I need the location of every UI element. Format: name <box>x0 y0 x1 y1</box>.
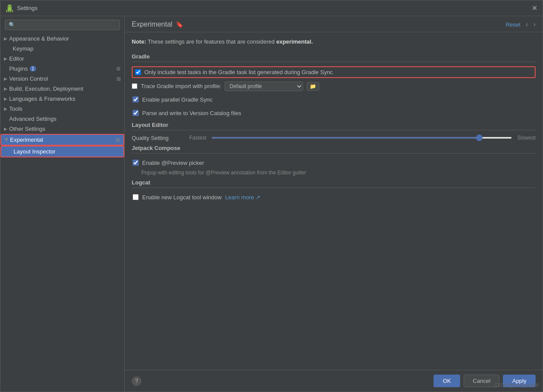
trace-gradle-checkbox[interactable] <box>132 83 137 89</box>
search-input[interactable] <box>17 22 116 28</box>
new-logcat-row: Enable new Logcat tool window Learn more… <box>132 192 536 202</box>
sidebar-item-label: Layout Inspector <box>14 148 55 155</box>
parallel-sync-checkbox[interactable] <box>133 96 139 102</box>
help-button[interactable]: ? <box>132 376 141 386</box>
sidebar-item-languages[interactable]: ▶ Languages & Frameworks <box>0 94 124 104</box>
arrow-icon: ▶ <box>4 36 7 41</box>
section-layout-editor: Layout Editor <box>132 122 536 130</box>
folder-button[interactable]: 📁 <box>307 82 319 91</box>
sidebar-item-build[interactable]: ▶ Build, Execution, Deployment <box>0 84 124 94</box>
window-title: Settings <box>17 5 38 11</box>
quality-label: Quality Setting <box>132 135 184 141</box>
section-gradle: Gradle <box>132 53 536 62</box>
new-logcat-label[interactable]: Enable new Logcat tool window <box>142 194 222 201</box>
sidebar-item-label: Keymap <box>13 45 34 52</box>
sidebar-item-appearance[interactable]: ▶ Appearance & Behavior <box>0 34 124 44</box>
preview-picker-checkbox[interactable] <box>133 160 139 166</box>
content-area: 🔍 ▶ Appearance & Behavior Keymap ▶ Edito… <box>0 16 543 392</box>
sidebar-item-label: Appearance & Behavior <box>9 35 69 42</box>
sidebar-item-label: Advanced Settings <box>9 116 56 122</box>
sidebar-item-editor[interactable]: ▶ Editor <box>0 54 124 64</box>
watermark: CSDN @rockyou666 <box>494 382 539 388</box>
ok-button[interactable]: OK <box>434 375 460 387</box>
pin-icon: ⊞ <box>116 137 120 143</box>
section-jetpack-compose: Jetpack Compose <box>132 145 536 153</box>
back-button[interactable]: ‹ <box>526 20 528 28</box>
note-body: These settings are for features that are… <box>146 38 276 45</box>
sidebar-item-layout-inspector[interactable]: Layout Inspector <box>0 146 124 157</box>
close-button[interactable]: ✕ <box>532 4 537 12</box>
sidebar-item-label: Other Settings <box>9 126 45 132</box>
gradle-test-tasks-row: Only include test tasks in the Gradle ta… <box>132 66 536 78</box>
main-body: Note: These settings are for features th… <box>125 32 543 370</box>
version-catalog-label[interactable]: Parse and write to Version Catalog files <box>142 110 241 116</box>
trace-gradle-label[interactable]: Trace Gradle import with profile: <box>141 83 221 89</box>
footer-left: ? <box>132 376 141 386</box>
android-icon <box>6 4 14 12</box>
fastest-label: Fastest <box>189 135 206 141</box>
learn-more-link[interactable]: Learn more ↗ <box>225 194 260 201</box>
arrow-icon: ▶ <box>4 56 7 61</box>
sidebar-item-label: Plugins <box>9 65 28 72</box>
quality-slider[interactable] <box>212 137 512 139</box>
arrow-icon: ▶ <box>4 106 7 111</box>
section-logcat: Logcat <box>132 179 536 188</box>
sidebar-item-label: Editor <box>9 55 24 62</box>
settings-window: Settings ✕ 🔍 ▶ Appearance & Behavior Key… <box>0 0 543 392</box>
main-header-right: Reset ‹ › <box>505 20 536 28</box>
settings-icon: ⚙ <box>116 66 121 72</box>
arrow-icon: ▶ <box>4 138 9 142</box>
sidebar-item-label: Experimental <box>10 136 43 143</box>
version-catalog-row: Parse and write to Version Catalog files <box>132 108 536 118</box>
sidebar-item-plugins[interactable]: ▶ Plugins 1 ⚙ <box>0 64 124 74</box>
forward-button[interactable]: › <box>533 20 536 28</box>
parallel-sync-label[interactable]: Enable parallel Gradle Sync <box>142 96 212 103</box>
footer: ? OK Cancel Apply <box>125 370 543 392</box>
note-text: Note: These settings are for features th… <box>132 37 536 46</box>
preview-picker-sublabel: Popup with editing tools for @Preview an… <box>141 170 536 176</box>
new-logcat-checkbox[interactable] <box>133 194 139 200</box>
sidebar-item-label: Build, Execution, Deployment <box>9 85 83 92</box>
sidebar: 🔍 ▶ Appearance & Behavior Keymap ▶ Edito… <box>0 16 125 392</box>
main-content: Experimental 🔖 Reset ‹ › Note: These set… <box>125 16 543 392</box>
trace-gradle-row: Trace Gradle import with profile: Defaul… <box>132 82 536 91</box>
search-icon: 🔍 <box>9 22 15 28</box>
bookmark-icon[interactable]: 🔖 <box>176 21 183 28</box>
sidebar-item-version-control[interactable]: ▶ Version Control ⊞ <box>0 74 124 84</box>
arrow-icon: ▶ <box>4 96 7 101</box>
plugins-badge: 1 <box>30 66 37 72</box>
sidebar-item-other[interactable]: ▶ Other Settings <box>0 124 124 134</box>
title-bar: Settings ✕ <box>0 0 543 16</box>
sidebar-item-label: Tools <box>9 106 22 112</box>
include-test-checkbox[interactable] <box>135 69 141 75</box>
parallel-sync-row: Enable parallel Gradle Sync <box>132 95 536 105</box>
main-header-left: Experimental 🔖 <box>132 20 183 28</box>
main-title: Experimental <box>132 20 172 28</box>
title-bar-left: Settings <box>6 4 38 12</box>
sidebar-item-label: Languages & Frameworks <box>9 95 75 102</box>
version-catalog-checkbox[interactable] <box>133 110 139 116</box>
info-icon: ⊞ <box>116 76 121 82</box>
main-header: Experimental 🔖 Reset ‹ › <box>125 16 543 32</box>
search-box[interactable]: 🔍 <box>5 20 120 30</box>
arrow-icon: ▶ <box>4 86 7 91</box>
note-bold: experimental. <box>276 38 313 45</box>
sidebar-item-advanced[interactable]: ▶ Advanced Settings <box>0 114 124 124</box>
note-prefix: Note: <box>132 38 146 45</box>
sidebar-item-keymap[interactable]: Keymap <box>0 44 124 54</box>
sidebar-item-experimental[interactable]: ▶ Experimental ⊞ <box>0 134 124 146</box>
reset-link[interactable]: Reset <box>505 21 520 28</box>
quality-setting-row: Quality Setting Fastest Slowest <box>132 135 536 141</box>
sidebar-item-label: Version Control <box>9 75 48 82</box>
slider-container: Fastest Slowest <box>189 135 536 141</box>
trace-profile-dropdown[interactable]: Default profile <box>225 82 303 91</box>
arrow-icon: ▶ <box>4 76 7 81</box>
arrow-icon: ▶ <box>4 126 7 131</box>
sidebar-item-tools[interactable]: ▶ Tools <box>0 104 124 114</box>
slowest-label: Slowest <box>517 135 536 141</box>
preview-picker-label[interactable]: Enable @Preview picker <box>142 160 204 166</box>
include-test-label[interactable]: Only include test tasks in the Gradle ta… <box>144 69 333 75</box>
preview-picker-row: Enable @Preview picker <box>132 158 536 168</box>
